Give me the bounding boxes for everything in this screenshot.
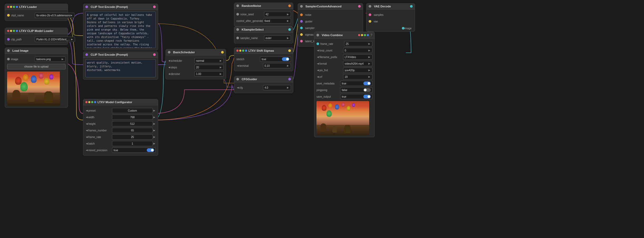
steps-value[interactable]: 20 ▶ — [194, 65, 224, 70]
vc-loop-value[interactable]: 0 ▶ — [343, 48, 372, 53]
width-value[interactable]: 768 — [112, 115, 153, 120]
mixed-left-arrow[interactable]: ◀ — [85, 149, 88, 151]
vc-filename-btn[interactable]: ▶ — [368, 56, 371, 58]
preset-left-arrow[interactable]: ◀ — [85, 109, 88, 112]
terminal-value[interactable]: 0.10 ▶ — [263, 63, 291, 68]
vc-pixfmt-value[interactable]: yuv420p ▶ — [343, 68, 372, 73]
clip-text-pos-input[interactable]: A group of colorful hot air balloons tak… — [85, 12, 156, 48]
save-output-toggle[interactable] — [363, 95, 371, 98]
frames-right-arrow[interactable]: ▶ — [153, 129, 156, 132]
vc-format-btn[interactable]: ▶ — [368, 62, 371, 65]
ltxv-shift-sigmas-header[interactable]: LTXV Shift Sigmas — [234, 48, 293, 54]
vc-framerate-value[interactable]: 25 ▶ — [344, 41, 372, 46]
load-image-header[interactable]: Load Image — [5, 48, 68, 54]
save-metadata-toggle[interactable] — [363, 82, 371, 85]
video-combine-header[interactable]: Video Combine ? — [314, 32, 374, 39]
ltxv-loader-title: LTXV Loader — [19, 5, 66, 8]
random-noise-header[interactable]: RandomNoise — [234, 3, 293, 9]
steps-left-arrow[interactable]: ◀ — [168, 66, 171, 69]
vc-help-icon[interactable]: ? — [370, 33, 372, 37]
control-after-label: control_after_generate — [236, 20, 263, 22]
batch-left-arrow[interactable]: ◀ — [85, 142, 88, 145]
vc-images-socket — [316, 42, 319, 45]
frames-row: ◀ frames_number 65 ▶ — [85, 127, 156, 133]
clip-path-value[interactable]: PixArt-XL-2-1024-MS/text_en... ▶ — [35, 37, 75, 42]
control-after-btn[interactable]: ▶ — [286, 20, 289, 22]
cfg-left-arrow[interactable]: ◀ — [236, 86, 239, 89]
image-arrow[interactable]: ▶ — [61, 58, 64, 60]
clip-text-pos-header[interactable]: CLIP Text Encode (Prompt) — [83, 4, 158, 10]
ckpt-value[interactable]: ltx-video-2b-v0.9.safetensors ▶ — [35, 13, 75, 18]
ltxv-model-cfg-header[interactable]: LTXV Model Configurator — [83, 99, 158, 105]
denoise-value[interactable]: 1.00 ▶ — [194, 71, 224, 77]
vc-format-value[interactable]: video/h264-mp4 ▶ — [343, 61, 372, 66]
scheduler-left-arrow[interactable]: ◀ — [168, 59, 171, 62]
clip-text-neg-header[interactable]: CLIP Text Encode (Prompt) — [83, 52, 158, 58]
vc-crf-left[interactable]: ◀ — [316, 75, 319, 78]
ckpt-arrow[interactable]: ▶ — [70, 14, 73, 17]
vc-filename-left[interactable]: ◀ — [316, 56, 319, 58]
ltxv-loader-header[interactable]: LTXV Loader — [5, 4, 68, 10]
seed-right-btn[interactable]: ▶ — [286, 13, 289, 16]
mixed-precision-toggle[interactable] — [147, 148, 154, 152]
pingpong-toggle[interactable] — [363, 88, 371, 92]
stretch-value[interactable]: true — [260, 56, 291, 62]
vc-pixfmt-left[interactable]: ◀ — [316, 69, 319, 72]
noise-seed-value[interactable]: 42 ▶ — [264, 12, 291, 17]
framerate-left-arrow[interactable]: ◀ — [85, 136, 88, 138]
vc-framerate-btn[interactable]: ▶ — [368, 42, 371, 45]
vc-format-left[interactable]: ◀ — [316, 62, 319, 65]
steps-right-btn[interactable]: ▶ — [219, 66, 222, 69]
stretch-toggle[interactable] — [282, 57, 289, 61]
scheduler-value[interactable]: normal ▶ — [194, 58, 224, 63]
ksampler-select-header[interactable]: KSamplerSelect — [234, 27, 293, 33]
width-left-arrow[interactable]: ◀ — [85, 116, 88, 118]
clip-text-neg-input[interactable]: worst quality, inconsistent motion, blur… — [85, 59, 156, 77]
vc-format-row: ◀ format video/h264-mp4 ▶ — [316, 61, 372, 66]
basic-scheduler-header[interactable]: BasicScheduler — [166, 49, 226, 55]
vc-pixfmt-btn[interactable]: ▶ — [368, 69, 371, 72]
cfg-right-btn[interactable]: ▶ — [286, 86, 289, 89]
height-right-arrow[interactable]: ▶ — [153, 122, 156, 125]
vc-crf-btn[interactable]: ▶ — [368, 75, 371, 78]
steps-row: ◀ steps 20 ▶ — [168, 64, 224, 70]
batch-right-arrow[interactable]: ▶ — [153, 142, 156, 145]
denoise-left-arrow[interactable]: ◀ — [168, 73, 171, 75]
height-left-arrow[interactable]: ◀ — [85, 122, 88, 125]
vc-savemeta-value[interactable]: true — [340, 81, 372, 86]
cfg-value[interactable]: 4.0 ▶ — [263, 85, 291, 90]
frames-left-arrow[interactable]: ◀ — [85, 129, 88, 132]
preset-right-arrow[interactable]: ▶ — [153, 109, 156, 112]
sampler-name-value[interactable]: euler ▶ — [264, 35, 291, 41]
preset-value[interactable]: Custom — [112, 108, 153, 113]
ltxv-clip-loader-header[interactable]: LTXV CLIP Model Loader — [5, 28, 68, 34]
control-after-value[interactable]: fixed ▶ — [263, 18, 291, 23]
terminal-right-btn[interactable]: ▶ — [286, 64, 289, 67]
vae-decode-header[interactable]: VAE Decode — [367, 3, 415, 9]
scheduler-right-btn[interactable]: ▶ — [219, 59, 222, 62]
width-right-arrow[interactable]: ▶ — [153, 116, 156, 118]
vc-loop-btn[interactable]: ▶ — [368, 49, 371, 52]
mixed-precision-value[interactable]: true — [112, 147, 156, 153]
height-value[interactable]: 512 — [112, 121, 153, 126]
framerate-value[interactable]: 25 — [112, 134, 153, 140]
vc-filename-value[interactable]: LTXVideo ▶ — [343, 54, 372, 60]
batch-value[interactable]: 1 — [112, 141, 153, 146]
terminal-row: ◀ terminal 0.10 ▶ — [236, 63, 291, 69]
vc-loop-left[interactable]: ◀ — [316, 49, 319, 52]
sampler-name-btn[interactable]: ▶ — [286, 37, 289, 39]
cfg-guider-header[interactable]: CFGGuider — [234, 76, 293, 82]
vc-pingpong-value[interactable]: false — [340, 87, 372, 93]
framerate-right-arrow[interactable]: ▶ — [153, 136, 156, 138]
clip-path-arrow[interactable]: ▶ — [71, 38, 74, 41]
sampler-custom-advanced-header[interactable]: SamplerCustomAdvanced — [298, 3, 363, 9]
random-noise-title: RandomNoise — [242, 4, 286, 7]
choose-file-button[interactable]: choose file to upload — [7, 64, 66, 69]
vc-crf-value[interactable]: 19 ▶ — [343, 74, 372, 79]
image-value[interactable]: baloons.png ▶ — [35, 56, 66, 62]
vc-saveoutput-value[interactable]: true — [340, 94, 372, 99]
denoise-right-btn[interactable]: ▶ — [219, 73, 222, 75]
frames-value[interactable]: 65 — [112, 128, 153, 133]
terminal-left-arrow[interactable]: ◀ — [236, 64, 239, 67]
vae-samples-row: samples — [369, 12, 413, 18]
